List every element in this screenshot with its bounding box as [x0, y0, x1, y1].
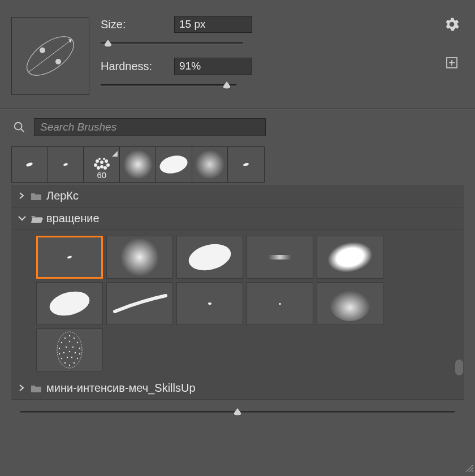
svg-point-33 — [69, 335, 70, 336]
svg-point-47 — [69, 351, 70, 352]
svg-point-7 — [15, 123, 22, 130]
svg-point-12 — [96, 159, 99, 163]
recent-brush[interactable] — [12, 147, 48, 182]
svg-point-53 — [74, 362, 75, 364]
svg-point-44 — [79, 353, 80, 354]
chevron-down-icon — [18, 215, 26, 223]
svg-point-29 — [325, 239, 375, 276]
brush-thumbnail[interactable] — [36, 328, 103, 371]
svg-point-25 — [67, 256, 72, 259]
svg-point-42 — [72, 347, 74, 348]
svg-point-3 — [55, 59, 61, 64]
svg-point-54 — [69, 365, 70, 366]
svg-point-34 — [64, 337, 66, 339]
svg-point-14 — [94, 163, 97, 167]
size-input[interactable] — [174, 16, 252, 33]
svg-point-9 — [26, 162, 33, 167]
svg-point-13 — [105, 159, 108, 163]
svg-point-45 — [63, 352, 64, 353]
svg-point-15 — [106, 163, 110, 167]
svg-line-8 — [21, 129, 24, 132]
folder-label: мини-интенсив-меч_SkillsUp — [46, 382, 196, 395]
brush-thumbnail[interactable] — [317, 236, 383, 279]
svg-point-48 — [61, 358, 62, 359]
hardness-input[interactable] — [174, 58, 252, 75]
brush-thumbnail[interactable] — [247, 236, 313, 279]
svg-point-35 — [74, 337, 75, 339]
svg-point-23 — [195, 150, 224, 179]
recent-brush[interactable] — [120, 147, 156, 182]
svg-point-31 — [330, 287, 370, 321]
folder-row-mini-intensiv[interactable]: мини-интенсив-меч_SkillsUp — [11, 377, 464, 400]
svg-point-39 — [59, 348, 60, 349]
svg-point-27 — [186, 240, 234, 274]
svg-point-49 — [77, 358, 78, 359]
svg-point-19 — [98, 158, 101, 160]
svg-point-11 — [100, 161, 103, 164]
svg-point-10 — [63, 163, 68, 166]
svg-point-18 — [100, 165, 103, 168]
folder-icon — [31, 384, 42, 393]
svg-point-26 — [120, 238, 159, 276]
brush-thumbnail[interactable] — [317, 282, 383, 325]
brush-thumbnail[interactable] — [36, 282, 103, 325]
svg-point-22 — [158, 153, 189, 176]
folder-icon — [31, 192, 42, 201]
thumbnail-size-slider[interactable] — [20, 406, 455, 427]
svg-point-52 — [64, 362, 66, 364]
brush-thumbnail[interactable] — [36, 236, 103, 279]
chevron-right-icon — [18, 192, 26, 200]
svg-point-38 — [69, 341, 70, 342]
brush-thumbnail[interactable] — [106, 236, 173, 279]
resize-grip[interactable] — [464, 462, 474, 475]
svg-point-37 — [77, 342, 78, 343]
svg-point-30 — [47, 288, 92, 319]
folder-open-icon — [31, 214, 42, 223]
svg-point-32 — [57, 332, 82, 368]
svg-line-57 — [472, 470, 473, 472]
svg-rect-28 — [269, 255, 291, 259]
new-document-icon[interactable] — [443, 54, 460, 71]
svg-point-2 — [40, 47, 45, 53]
hardness-slider[interactable] — [101, 79, 236, 95]
svg-marker-1 — [68, 39, 72, 43]
svg-point-40 — [79, 348, 80, 349]
gear-icon[interactable] — [443, 16, 460, 33]
brush-thumbnail[interactable] — [176, 282, 243, 325]
brush-thumbnail[interactable] — [247, 282, 313, 325]
brush-thumbnail[interactable] — [176, 236, 243, 279]
folder-label: вращение — [46, 212, 100, 225]
recent-brushes-strip: 60 — [11, 146, 265, 183]
svg-point-21 — [123, 150, 153, 179]
svg-point-41 — [66, 347, 67, 348]
svg-point-24 — [243, 162, 249, 167]
search-icon — [11, 119, 27, 135]
recent-brush[interactable] — [228, 147, 264, 182]
svg-point-50 — [67, 357, 68, 358]
recent-brush[interactable] — [192, 147, 228, 182]
size-label: Size: — [101, 18, 174, 31]
hardness-label: Hardness: — [101, 60, 174, 73]
svg-point-20 — [103, 158, 105, 160]
svg-point-17 — [103, 166, 107, 170]
size-slider[interactable] — [101, 37, 243, 53]
brush-thumbnail[interactable] — [106, 282, 173, 325]
recent-brush[interactable] — [48, 147, 84, 182]
brush-grid — [11, 230, 464, 377]
recent-brush[interactable] — [156, 147, 192, 182]
recent-brush-label: 60 — [97, 170, 106, 180]
svg-point-36 — [61, 342, 62, 343]
folder-row-lerks[interactable]: ЛерКс — [11, 185, 464, 207]
brush-preview — [11, 17, 89, 95]
search-input[interactable] — [34, 118, 266, 136]
scrollbar-thumb[interactable] — [455, 359, 464, 376]
svg-point-51 — [71, 357, 72, 358]
recent-brush[interactable]: 60 — [84, 147, 120, 182]
svg-point-46 — [75, 352, 76, 353]
svg-point-43 — [59, 353, 60, 354]
svg-point-16 — [97, 166, 100, 170]
folder-label: ЛерКс — [46, 189, 79, 202]
chevron-right-icon — [18, 384, 26, 392]
folder-row-vrashchenie[interactable]: вращение — [11, 207, 464, 230]
